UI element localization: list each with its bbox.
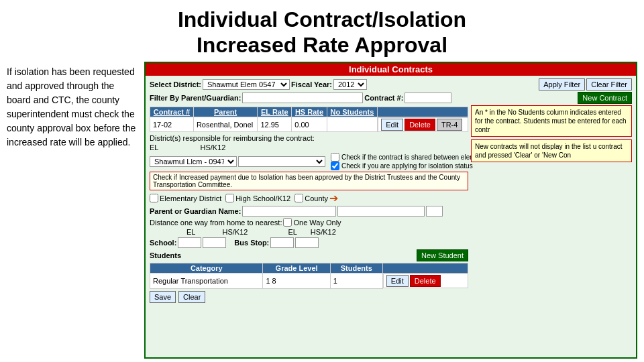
- district-reimburse-select[interactable]: Shawmul Llcm - 0947: [150, 156, 237, 167]
- content-area: If isolation has been requested and appr…: [0, 62, 644, 362]
- el-label: EL: [150, 143, 158, 152]
- notice-box-2: New contracts will not display in the li…: [471, 139, 632, 162]
- panel-title: Individual Contracts: [146, 63, 636, 76]
- highschool-check[interactable]: [225, 194, 234, 202]
- new-contract-button[interactable]: New Contract: [578, 92, 632, 104]
- district-reimburse-selects: EL HS/K12: [150, 143, 468, 152]
- isolation-check[interactable]: [331, 162, 339, 170]
- filter-row: Filter By Parent/Guardian: Last, First M…: [150, 92, 632, 104]
- notice-text-1: An * in the No Students column indicates…: [475, 109, 627, 133]
- fiscal-year-select[interactable]: 2012: [333, 79, 367, 90]
- select-district-label: Select District:: [150, 80, 201, 88]
- highschool-label: High School/K12: [235, 194, 290, 202]
- side-notice: An * in the No Students column indicates…: [471, 105, 632, 303]
- district-row: Select District: Shawmut Elem 0547 Fisca…: [150, 78, 632, 90]
- parent-mi-input[interactable]: MI: [426, 206, 443, 217]
- school-hsk12-input[interactable]: 0.0: [203, 237, 226, 248]
- panel-body: Select District: Shawmut Elem 0547 Fisca…: [146, 76, 636, 357]
- left-description: If isolation has been requested and appr…: [7, 62, 138, 359]
- col-el-rate[interactable]: EL Rate: [258, 107, 292, 117]
- col-contract-num[interactable]: Contract #: [150, 107, 194, 117]
- new-student-button[interactable]: New Student: [417, 249, 468, 261]
- increased-payment-label: Check if Increased payment due to Isolat…: [153, 174, 460, 188]
- student-grade: 1 8: [263, 274, 330, 289]
- hsk12-bus-label: HS/K12: [311, 228, 336, 236]
- students-table: Category Grade Level Students Regular Tr…: [150, 263, 468, 289]
- shared-contract-row: Check if the contract is shared between …: [331, 153, 462, 162]
- contract-label: Contract #:: [364, 94, 403, 102]
- notice-text-2: New contracts will not display in the li…: [475, 143, 623, 159]
- page-container: Individual Contract/Isolation Increased …: [0, 0, 644, 362]
- col-parent[interactable]: Parent: [193, 107, 258, 117]
- col-no-students[interactable]: No Students: [327, 107, 377, 117]
- delete-button[interactable]: Delete: [405, 119, 435, 131]
- student-count: 1: [330, 274, 382, 289]
- county-arrow-icon: ➔: [329, 192, 338, 204]
- elementary-label: Elementary District: [160, 194, 221, 202]
- district-select-row: Shawmul Llcm - 0947 Check if the contrac…: [150, 153, 468, 170]
- title-area: Individual Contract/Isolation Increased …: [0, 0, 644, 62]
- title-line2: Increased Rate Approval: [197, 33, 447, 57]
- filter-input[interactable]: Last, First MI: [242, 93, 363, 103]
- hs-label: HS/K12: [200, 143, 225, 152]
- save-button[interactable]: Save: [150, 291, 176, 303]
- student-edit-button[interactable]: Edit: [386, 275, 409, 287]
- apply-filter-button[interactable]: Apply Filter: [539, 78, 585, 90]
- el-bus-label: EL: [288, 228, 297, 236]
- county-check[interactable]: [294, 194, 303, 202]
- col-hs-rate[interactable]: HS Rate: [292, 107, 327, 117]
- distance-label-row: Distance one way from home to nearest: O…: [150, 218, 468, 227]
- fiscal-year-label: Fiscal Year:: [291, 80, 332, 88]
- student-delete-button[interactable]: Delete: [410, 275, 441, 287]
- approval-checkbox-row: Elementary District High School/K12 Coun…: [150, 192, 468, 204]
- table-row: 17-02 Rosenthal, Donel 12.95 0.00 Edit D…: [150, 117, 468, 132]
- contract-input[interactable]: [405, 93, 451, 103]
- filter-label: Filter By Parent/Guardian:: [150, 94, 241, 102]
- bottom-buttons: Save Clear: [150, 291, 468, 303]
- increased-payment-notice: Check if Increased payment due to Isolat…: [150, 172, 468, 190]
- one-way-check[interactable]: [283, 218, 292, 227]
- distance-values-row: School: 30.0 0.0 Bus Stop: 0.0 0.0: [150, 237, 468, 248]
- shared-contract-check[interactable]: [331, 153, 339, 162]
- one-way-label: One Way Only: [293, 219, 341, 227]
- distance-label: Distance one way from home to nearest:: [150, 219, 282, 227]
- el-dist-label: EL: [186, 228, 195, 236]
- two-col-layout: Contract # Parent EL Rate HS Rate No Stu…: [150, 105, 632, 303]
- edit-button[interactable]: Edit: [381, 119, 403, 131]
- col-category: Category: [150, 263, 263, 274]
- col-actions: [378, 107, 468, 117]
- bus-stop-hsk12-input[interactable]: 0.0: [295, 237, 319, 248]
- cell-row-actions: Edit Delete TR-4: [378, 117, 468, 132]
- contracts-table: Contract # Parent EL Rate HS Rate No Stu…: [150, 107, 468, 133]
- isolation-label: Check if you are applying for isolation …: [341, 162, 462, 170]
- school-el-input[interactable]: 30.0: [178, 237, 201, 248]
- tr4-button[interactable]: TR-4: [437, 119, 462, 131]
- parent-last-input[interactable]: Donell: [337, 206, 425, 217]
- notice-box-1: An * in the No Students column indicates…: [471, 105, 632, 137]
- col-students: Students: [330, 263, 382, 274]
- district-reimburse-row: District(s) responsible for reimbursing …: [150, 134, 468, 142]
- students-title: Students: [150, 251, 181, 259]
- parent-first-input[interactable]: Rosenthal: [242, 206, 336, 217]
- clear-filter-button[interactable]: Clear Filter: [586, 78, 632, 90]
- clear-button[interactable]: Clear: [178, 291, 205, 303]
- distance-headers: EL HS/K12 EL HS/K12: [150, 228, 468, 236]
- parent-name-row: Parent or Guardian Name: Rosenthal Donel…: [150, 206, 468, 217]
- cell-hs-rate: 0.00: [292, 117, 327, 132]
- cell-parent: Rosenthal, Donel: [193, 117, 258, 132]
- cell-contract-num: 17-02: [150, 117, 194, 132]
- shared-contract-label: Check if the contract is shared between …: [341, 154, 462, 161]
- col-grade-level: Grade Level: [263, 263, 330, 274]
- district-select[interactable]: Shawmut Elem 0547: [203, 79, 290, 90]
- bus-stop-el-input[interactable]: 0.0: [270, 237, 294, 248]
- cell-el-rate: 12.95: [258, 117, 292, 132]
- page-title: Individual Contract/Isolation Increased …: [0, 7, 644, 58]
- elementary-check[interactable]: [150, 194, 158, 202]
- title-line1: Individual Contract/Isolation: [178, 7, 466, 32]
- hsk12-dist-label: HS/K12: [222, 228, 248, 236]
- hs-district-select[interactable]: [238, 156, 325, 167]
- right-panel: Individual Contracts Select District: Sh…: [144, 62, 637, 359]
- county-label: County: [305, 194, 328, 202]
- cell-no-students: [327, 117, 377, 132]
- bus-stop-label: Bus Stop:: [234, 239, 269, 247]
